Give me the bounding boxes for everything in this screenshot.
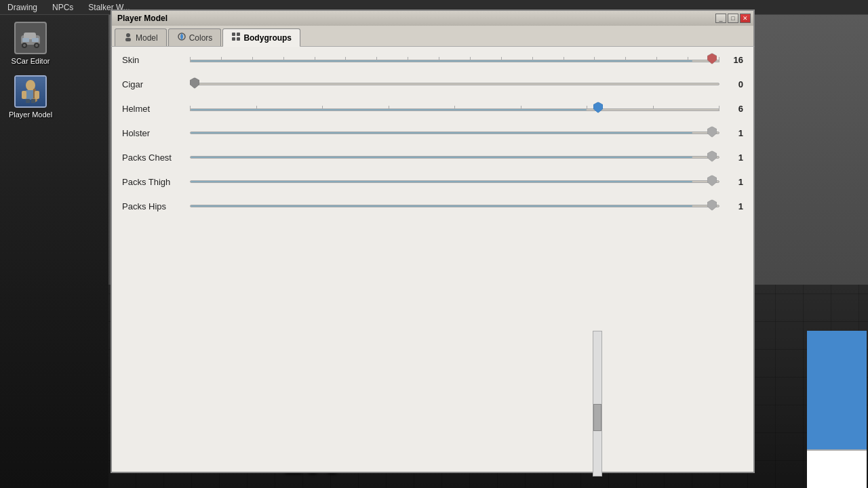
svg-point-46: [126, 33, 130, 37]
svg-rect-43: [35, 91, 39, 99]
helmet-slider-fill: [191, 109, 587, 110]
player-model-window: Player Model _ □ ✕ Model Colors Bod: [111, 9, 755, 473]
cigar-slider-thumb-icon[interactable]: [190, 78, 199, 91]
cigar-label: Cigar: [122, 79, 183, 89]
helmet-slider-track[interactable]: [190, 108, 719, 111]
bodygroup-row-packs-chest: Packs Chest 1: [122, 151, 743, 163]
colors-tab-icon: [177, 32, 186, 43]
car-svg-icon: [18, 26, 43, 50]
packs-hips-slider-fill: [191, 205, 692, 207]
packs-hips-value: 1: [726, 201, 743, 211]
svg-rect-49: [232, 33, 235, 36]
holster-value: 1: [726, 128, 743, 138]
bodygroup-row-holster: Holster 1: [122, 127, 743, 139]
svg-point-35: [35, 44, 38, 47]
skin-slider-wrap[interactable]: [190, 54, 719, 66]
holster-slider-track[interactable]: [190, 131, 719, 134]
bodygroups-tab-label: Bodygroups: [243, 33, 292, 43]
tab-model[interactable]: Model: [115, 28, 167, 46]
cigar-slider-wrap[interactable]: [190, 78, 719, 90]
menu-drawing[interactable]: Drawing: [3, 1, 41, 14]
svg-point-33: [23, 44, 26, 47]
bodygroup-row-helmet: Helmet: [122, 102, 743, 115]
packs-chest-label: Packs Chest: [122, 152, 183, 163]
blue-side-panel: [807, 331, 867, 449]
window-titlebar: Player Model _ □ ✕: [111, 9, 755, 26]
cigar-slider-track[interactable]: [190, 83, 719, 85]
packs-thigh-slider-fill: [191, 181, 692, 182]
model-tab-label: Model: [136, 33, 158, 43]
bodygroup-row-packs-thigh: Packs Thigh 1: [122, 176, 743, 188]
packs-hips-label: Packs Hips: [122, 201, 183, 211]
packs-hips-slider-wrap[interactable]: [190, 200, 719, 212]
packs-hips-thumb-icon[interactable]: [707, 200, 717, 213]
menu-npcs[interactable]: NPCs: [48, 1, 77, 14]
skin-value: 16: [726, 55, 743, 65]
holster-slider-wrap[interactable]: [190, 127, 719, 139]
skin-slider-fill: [191, 60, 692, 62]
svg-rect-37: [32, 38, 39, 42]
model-tab-icon: [123, 32, 133, 43]
holster-slider-thumb-icon[interactable]: [707, 127, 717, 140]
packs-thigh-slider-wrap[interactable]: [190, 176, 719, 188]
player-model-icon-box: [14, 75, 47, 108]
sidebar: SCar Editor: [0, 15, 108, 488]
svg-rect-36: [22, 38, 29, 42]
skin-slider-thumb-icon[interactable]: [707, 54, 717, 66]
svg-rect-45: [31, 99, 35, 103]
bodygroup-row-skin: Skin: [122, 54, 743, 66]
skin-label: Skin: [122, 55, 183, 65]
skin-slider-track[interactable]: [190, 60, 719, 62]
helmet-slider-wrap[interactable]: [190, 102, 719, 115]
player-svg-icon: [18, 79, 43, 104]
holster-label: Holster: [122, 128, 183, 138]
packs-thigh-value: 1: [726, 177, 743, 187]
right-side-panels: [807, 331, 868, 488]
helmet-label: Helmet: [122, 104, 183, 114]
bodygroups-tab-icon: [231, 32, 241, 43]
svg-rect-42: [22, 91, 26, 99]
packs-thigh-thumb-icon[interactable]: [707, 176, 717, 188]
maximize-button[interactable]: □: [728, 14, 738, 23]
helmet-slider-thumb-icon[interactable]: [593, 102, 603, 115]
packs-chest-slider-fill: [191, 157, 692, 158]
packs-chest-slider-track[interactable]: [190, 156, 719, 159]
svg-rect-50: [237, 33, 240, 36]
svg-rect-47: [125, 38, 131, 41]
player-model-label: Player Model: [9, 110, 52, 119]
bodygroups-panel: Skin: [111, 46, 755, 473]
svg-rect-51: [232, 37, 235, 41]
packs-chest-thumb-icon[interactable]: [707, 151, 717, 164]
tabs-bar: Model Colors Bodygroups: [111, 26, 755, 46]
svg-rect-44: [26, 99, 30, 103]
svg-rect-52: [237, 37, 240, 41]
packs-chest-slider-wrap[interactable]: [190, 151, 719, 163]
scrollbar-thumb[interactable]: [593, 404, 601, 431]
holster-slider-fill: [191, 132, 692, 134]
minimize-button[interactable]: _: [715, 14, 726, 23]
window-controls: _ □ ✕: [715, 14, 751, 23]
bodygroup-row-packs-hips: Packs Hips 1: [122, 200, 743, 212]
close-button[interactable]: ✕: [740, 14, 751, 23]
cigar-value: 0: [726, 79, 743, 89]
packs-hips-slider-track[interactable]: [190, 205, 719, 207]
player-model-icon[interactable]: Player Model: [7, 75, 54, 119]
scar-editor-icon[interactable]: SCar Editor: [7, 22, 54, 65]
panel-scrollbar[interactable]: [593, 331, 602, 476]
tab-colors[interactable]: Colors: [168, 28, 222, 46]
packs-thigh-slider-track[interactable]: [190, 180, 719, 183]
white-side-panel: [807, 449, 867, 488]
scar-editor-icon-box: [14, 22, 47, 54]
helmet-value: 6: [726, 104, 743, 114]
packs-thigh-label: Packs Thigh: [122, 177, 183, 187]
player-icon-bg: [16, 77, 45, 106]
colors-tab-label: Colors: [189, 33, 213, 43]
bodygroup-row-cigar: Cigar 0: [122, 78, 743, 90]
tab-bodygroups[interactable]: Bodygroups: [222, 28, 300, 47]
window-title: Player Model: [117, 14, 167, 23]
scar-editor-label: SCar Editor: [12, 57, 50, 65]
packs-chest-value: 1: [726, 152, 743, 163]
